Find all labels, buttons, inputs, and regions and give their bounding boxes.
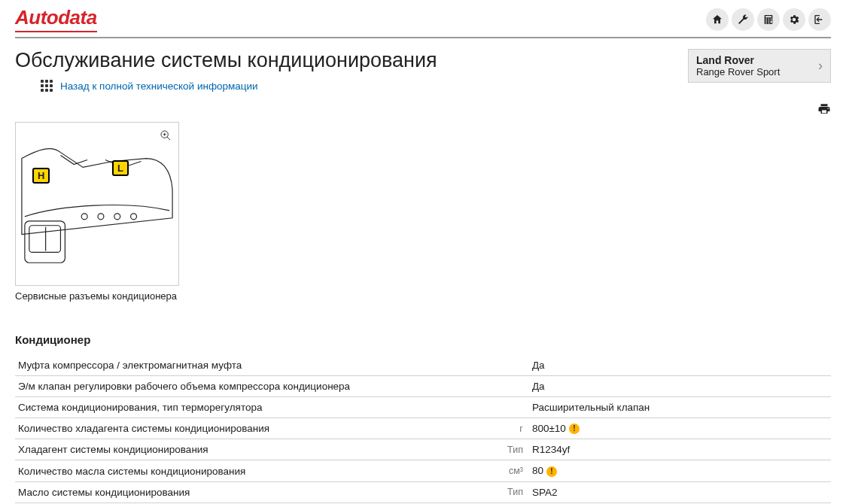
spec-unit: г xyxy=(488,418,529,439)
home-icon[interactable] xyxy=(706,8,729,31)
spec-value: SPA2 xyxy=(529,481,831,502)
spec-table: Муфта компрессора / электромагнитная муф… xyxy=(15,355,831,504)
svg-point-5 xyxy=(98,214,104,220)
marker-l: L xyxy=(112,160,129,176)
svg-point-7 xyxy=(131,214,137,220)
logo[interactable]: Autodata xyxy=(15,6,97,32)
print-icon[interactable] xyxy=(817,102,831,116)
spec-label: Муфта компрессора / электромагнитная муф… xyxy=(15,355,488,376)
wrench-icon[interactable] xyxy=(732,8,754,31)
spec-value: Да xyxy=(529,355,831,376)
spec-unit: см³ xyxy=(488,460,529,481)
diagram-caption: Сервисные разъемы кондиционера xyxy=(15,290,831,302)
spec-value: 800±10! xyxy=(529,418,831,439)
spec-unit xyxy=(488,397,529,418)
back-link[interactable]: Назад к полной технической информации xyxy=(60,80,258,92)
table-row: Количество хладагента системы кондициони… xyxy=(15,418,831,439)
page-title: Обслуживание системы кондиционирования xyxy=(15,49,665,72)
svg-point-6 xyxy=(114,214,120,220)
svg-point-4 xyxy=(81,214,87,220)
warning-icon[interactable]: ! xyxy=(569,424,580,434)
grid-icon[interactable] xyxy=(41,80,53,92)
header-toolbar xyxy=(706,8,831,31)
spec-label: Масло системы кондиционирования xyxy=(15,481,488,502)
vehicle-make: Land Rover xyxy=(696,54,780,66)
diagram-svg xyxy=(16,123,178,285)
calculator-icon[interactable] xyxy=(757,8,780,31)
logout-icon[interactable] xyxy=(808,8,831,31)
spec-label: Хладагент системы кондиционирования xyxy=(15,439,488,460)
table-row: Количество масла системы кондиционирован… xyxy=(15,460,831,481)
table-row: Хладагент системы кондиционированияТипR1… xyxy=(15,439,831,460)
spec-unit: Тип xyxy=(488,481,529,502)
spec-unit xyxy=(488,376,529,397)
chevron-right-icon: › xyxy=(818,58,823,74)
spec-value: R1234yf xyxy=(529,439,831,460)
spec-label: Количество хладагента системы кондициони… xyxy=(15,418,488,439)
warning-icon[interactable]: ! xyxy=(546,466,557,477)
svg-rect-9 xyxy=(29,226,61,253)
spec-label: Система кондиционирования, тип терморегу… xyxy=(15,397,488,418)
table-row: Масло системы кондиционированияТипSPA2 xyxy=(15,481,831,502)
marker-h: H xyxy=(32,168,50,184)
vehicle-model: Range Rover Sport xyxy=(696,66,780,77)
spec-label: Количество масла системы кондиционирован… xyxy=(15,460,488,481)
spec-unit xyxy=(488,355,529,376)
spec-unit: Тип xyxy=(488,439,529,460)
spec-label: Э/м клапан регулировки рабочего объема к… xyxy=(15,376,488,397)
table-row: Муфта компрессора / электромагнитная муф… xyxy=(15,355,831,376)
diagram-thumbnail[interactable]: H L xyxy=(15,122,179,286)
vehicle-selector[interactable]: Land Rover Range Rover Sport › xyxy=(688,49,831,83)
table-row: Система кондиционирования, тип терморегу… xyxy=(15,397,831,418)
section-heading: Кондиционер xyxy=(15,333,831,346)
spec-value: 80! xyxy=(529,460,831,481)
gear-icon[interactable] xyxy=(783,8,805,31)
table-row: Э/м клапан регулировки рабочего объема к… xyxy=(15,376,831,397)
spec-value: Да xyxy=(529,376,831,397)
svg-rect-8 xyxy=(25,221,65,263)
spec-value: Расширительный клапан xyxy=(529,397,831,418)
